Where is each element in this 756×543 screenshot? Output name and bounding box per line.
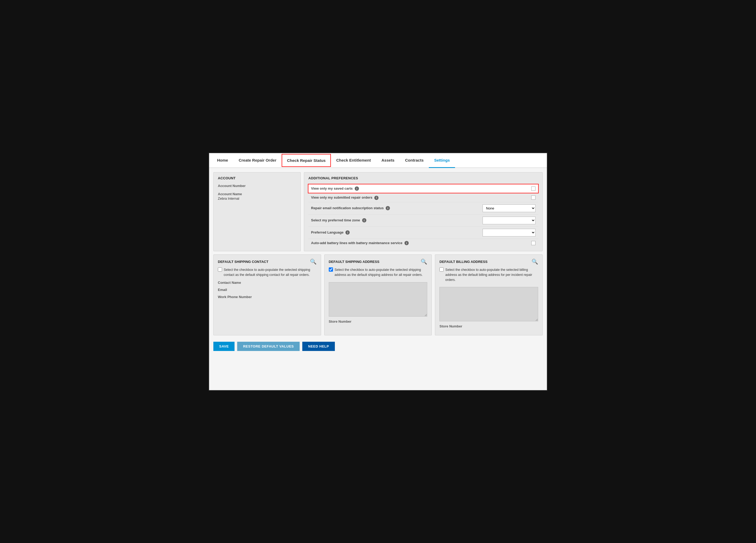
account-number-label: Account Number <box>218 184 296 188</box>
contact-name-field: Contact Name <box>218 280 317 284</box>
phone-field: Work Phone Number <box>218 295 317 299</box>
account-number-field: Account Number <box>218 184 296 188</box>
billing-address-textarea[interactable] <box>439 287 538 321</box>
billing-address-desc: Select the checkbox to auto-populate the… <box>439 268 538 282</box>
pref-label-time-zone: Select my preferred time zone i <box>311 218 480 223</box>
additional-preferences-title: ADDITIONAL PREFERENCES <box>308 176 538 180</box>
pref-label-battery: Auto-add battery lines with battery main… <box>311 241 480 246</box>
shipping-contact-checkbox[interactable] <box>218 268 222 272</box>
email-label: Email <box>218 288 317 292</box>
top-row: ACCOUNT Account Number Account Name Zebr… <box>213 172 543 252</box>
shipping-address-textarea[interactable] <box>329 282 427 316</box>
billing-address-search-icon[interactable]: 🔍 <box>532 259 538 265</box>
billing-address-checkbox[interactable] <box>439 268 444 272</box>
pref-row-battery: Auto-add battery lines with battery main… <box>308 239 538 248</box>
default-shipping-address-panel: DEFAULT SHIPPING ADDRESS 🔍 Select the ch… <box>324 255 432 335</box>
additional-preferences-panel: ADDITIONAL PREFERENCES View only my save… <box>304 172 543 252</box>
nav-item-check-repair-status[interactable]: Check Repair Status <box>282 154 331 167</box>
shipping-address-checkbox[interactable] <box>329 268 333 272</box>
save-button[interactable]: SAVE <box>213 342 235 351</box>
info-icon-saved-carts: i <box>355 187 359 191</box>
bottom-row: DEFAULT SHIPPING CONTACT 🔍 Select the ch… <box>213 255 543 335</box>
main-content: ACCOUNT Account Number Account Name Zebr… <box>209 168 547 390</box>
pref-label-preferred-language: Preferred Language i <box>311 231 480 235</box>
account-name-field: Account Name Zebra Internal <box>218 192 296 201</box>
shipping-address-search-icon[interactable]: 🔍 <box>421 259 427 265</box>
checkbox-battery[interactable] <box>531 241 535 245</box>
nav-item-home[interactable]: Home <box>212 153 233 168</box>
pref-control-saved-carts <box>483 187 535 191</box>
nav-item-check-entitlement[interactable]: Check Entitlement <box>331 153 376 168</box>
checkbox-submitted-orders[interactable] <box>531 196 535 200</box>
pref-label-saved-carts: View only my saved carts i <box>311 187 480 191</box>
billing-store-number-field: Store Number <box>439 324 538 328</box>
pref-row-time-zone: Select my preferred time zone i <box>308 215 538 227</box>
info-icon-battery: i <box>404 241 409 245</box>
account-panel-title: ACCOUNT <box>218 176 296 180</box>
pref-row-email-notification: Repair email notification subscription s… <box>308 202 538 215</box>
help-button[interactable]: NEED HELP <box>302 342 335 351</box>
shipping-contact-title: DEFAULT SHIPPING CONTACT <box>218 260 268 264</box>
select-preferred-language[interactable] <box>483 229 535 237</box>
shipping-contact-header: DEFAULT SHIPPING CONTACT 🔍 <box>218 259 317 265</box>
info-icon-email-notification: i <box>386 206 390 210</box>
restore-button[interactable]: RESTORE DEFAULT VALUES <box>237 342 300 351</box>
shipping-contact-search-icon[interactable]: 🔍 <box>310 259 317 265</box>
pref-label-email-notification: Repair email notification subscription s… <box>311 206 480 211</box>
app-container: HomeCreate Repair OrderCheck Repair Stat… <box>209 153 547 391</box>
default-billing-address-panel: DEFAULT BILLING ADDRESS 🔍 Select the che… <box>435 255 543 335</box>
nav-item-settings[interactable]: Settings <box>429 153 455 168</box>
pref-label-submitted-orders: View only my submitted repair orders i <box>311 196 480 200</box>
nav-item-create-repair-order[interactable]: Create Repair Order <box>233 153 282 168</box>
email-field: Email <box>218 288 317 292</box>
pref-control-email-notification: None All Custom <box>483 205 535 212</box>
pref-row-saved-carts: View only my saved carts i <box>308 184 539 194</box>
billing-address-header: DEFAULT BILLING ADDRESS 🔍 <box>439 259 538 265</box>
pref-control-battery <box>483 241 535 245</box>
buttons-row: SAVE RESTORE DEFAULT VALUES NEED HELP <box>213 339 543 352</box>
shipping-store-number-field: Store Number <box>329 319 427 323</box>
select-email-notification[interactable]: None All Custom <box>483 205 535 212</box>
shipping-address-title: DEFAULT SHIPPING ADDRESS <box>329 260 379 264</box>
shipping-store-number-label: Store Number <box>329 319 427 323</box>
account-panel: ACCOUNT Account Number Account Name Zebr… <box>213 172 301 252</box>
nav-item-assets[interactable]: Assets <box>376 153 400 168</box>
pref-control-preferred-language <box>483 229 535 237</box>
billing-store-number-label: Store Number <box>439 324 538 328</box>
pref-control-time-zone <box>483 217 535 224</box>
info-icon-time-zone: i <box>362 218 366 223</box>
phone-label: Work Phone Number <box>218 295 317 299</box>
info-icon-preferred-language: i <box>345 231 350 235</box>
pref-row-submitted-orders: View only my submitted repair orders i <box>308 193 538 202</box>
info-icon-submitted-orders: i <box>374 196 379 200</box>
default-shipping-contact-panel: DEFAULT SHIPPING CONTACT 🔍 Select the ch… <box>213 255 321 335</box>
shipping-address-desc: Select the checkbox to auto-populate the… <box>329 268 427 277</box>
shipping-address-header: DEFAULT SHIPPING ADDRESS 🔍 <box>329 259 427 265</box>
shipping-contact-desc: Select the checkbox to auto-populate the… <box>218 268 317 277</box>
billing-address-title: DEFAULT BILLING ADDRESS <box>439 260 487 264</box>
pref-row-preferred-language: Preferred Language i <box>308 227 538 239</box>
nav-item-contracts[interactable]: Contracts <box>400 153 429 168</box>
account-name-value: Zebra Internal <box>218 197 296 201</box>
checkbox-saved-carts[interactable] <box>531 187 535 191</box>
pref-control-submitted-orders <box>483 196 535 200</box>
contact-name-label: Contact Name <box>218 280 317 284</box>
nav-bar: HomeCreate Repair OrderCheck Repair Stat… <box>209 153 547 168</box>
account-name-label: Account Name <box>218 192 296 196</box>
select-time-zone[interactable] <box>483 217 535 224</box>
